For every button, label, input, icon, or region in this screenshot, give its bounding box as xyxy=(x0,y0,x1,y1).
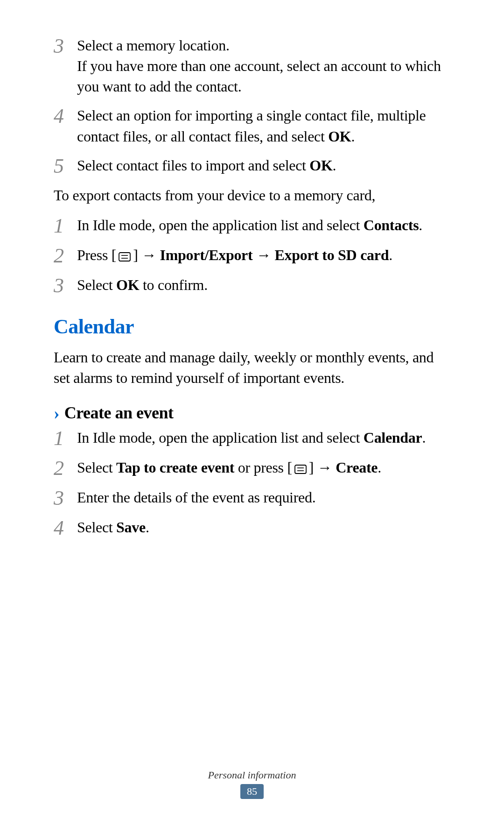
step-number: 1 xyxy=(54,215,77,236)
text: Select xyxy=(77,459,116,476)
text: . xyxy=(146,519,149,536)
section-title-calendar: Calendar xyxy=(54,315,450,339)
bold-text: Export to SD card xyxy=(271,247,389,263)
step-number: 3 xyxy=(54,275,77,296)
step-item: 3 Select a memory location. If you have … xyxy=(54,35,450,97)
step-number: 3 xyxy=(54,35,77,57)
step-number: 4 xyxy=(54,105,77,127)
text: In Idle mode, open the application list … xyxy=(77,429,364,446)
page-footer: Personal information 85 xyxy=(0,769,504,799)
step-number: 2 xyxy=(54,457,77,479)
bold-text: Import/Export xyxy=(156,247,256,263)
step-text: Select Tap to create event or press [] →… xyxy=(77,457,450,478)
step-item: 4 Select an option for importing a singl… xyxy=(54,105,450,146)
step-text: In Idle mode, open the application list … xyxy=(77,427,450,448)
svg-rect-0 xyxy=(119,253,130,261)
text: Select contact files to import and selec… xyxy=(77,157,309,174)
step-item: 2 Select Tap to create event or press []… xyxy=(54,457,450,479)
text: ] xyxy=(133,247,141,263)
text: to confirm. xyxy=(139,276,208,293)
step-text: Press [] → Import/Export → Export to SD … xyxy=(77,245,450,265)
bold-text: Create xyxy=(332,459,378,476)
arrow-icon: → xyxy=(317,459,332,476)
bold-text: Calendar xyxy=(364,429,422,446)
step-text: Select contact files to import and selec… xyxy=(77,155,450,176)
text: Select an option for importing a single … xyxy=(77,107,426,144)
menu-icon xyxy=(117,252,132,262)
step-item: 1 In Idle mode, open the application lis… xyxy=(54,427,450,449)
text: . xyxy=(389,247,392,263)
step-number: 2 xyxy=(54,245,77,266)
paragraph: To export contacts from your device to a… xyxy=(54,185,450,205)
bold-text: Tap to create event xyxy=(116,459,234,476)
step-number: 1 xyxy=(54,427,77,449)
step-item: 5 Select contact files to import and sel… xyxy=(54,155,450,177)
chevron-right-icon: › xyxy=(54,404,60,422)
step-text: Select an option for importing a single … xyxy=(77,105,450,146)
step-number: 3 xyxy=(54,487,77,509)
step-text: Enter the details of the event as requir… xyxy=(77,487,450,508)
step-item: 3 Select OK to confirm. xyxy=(54,275,450,296)
bold-text: Save xyxy=(116,519,146,536)
page-number-badge: 85 xyxy=(240,784,264,799)
text: . xyxy=(422,429,426,446)
step-item: 2 Press [] → Import/Export → Export to S… xyxy=(54,245,450,266)
text: Press [ xyxy=(77,247,116,263)
bold-text: OK xyxy=(116,276,139,293)
step-number: 5 xyxy=(54,155,77,177)
subsection-title: Create an event xyxy=(64,403,174,423)
text: Select xyxy=(77,276,116,293)
arrow-icon: → xyxy=(141,247,156,263)
footer-section-label: Personal information xyxy=(0,769,504,781)
paragraph: Learn to create and manage daily, weekly… xyxy=(54,347,450,388)
svg-rect-3 xyxy=(295,465,306,474)
text: . xyxy=(351,128,355,145)
text: In Idle mode, open the application list … xyxy=(77,217,364,233)
step-text: In Idle mode, open the application list … xyxy=(77,215,450,235)
text: or press [ xyxy=(234,459,292,476)
text: Select xyxy=(77,519,116,536)
step-item: 1 In Idle mode, open the application lis… xyxy=(54,215,450,236)
arrow-icon: → xyxy=(256,247,271,263)
menu-icon xyxy=(293,464,308,474)
step-text: Select Save. xyxy=(77,517,450,537)
subsection-header: › Create an event xyxy=(54,403,450,423)
text: If you have more than one account, selec… xyxy=(77,57,441,95)
bold-text: Contacts xyxy=(364,217,419,233)
text: . xyxy=(419,217,422,233)
step-number: 4 xyxy=(54,517,77,538)
step-text: Select a memory location. If you have mo… xyxy=(77,35,450,97)
step-item: 4 Select Save. xyxy=(54,517,450,538)
text: . xyxy=(378,459,381,476)
text: ] xyxy=(309,459,317,476)
bold-text: OK xyxy=(309,157,332,174)
step-item: 3 Enter the details of the event as requ… xyxy=(54,487,450,509)
text: . xyxy=(333,157,336,174)
bold-text: OK xyxy=(328,128,351,145)
text: Select a memory location. xyxy=(77,37,230,54)
step-text: Select OK to confirm. xyxy=(77,275,450,295)
